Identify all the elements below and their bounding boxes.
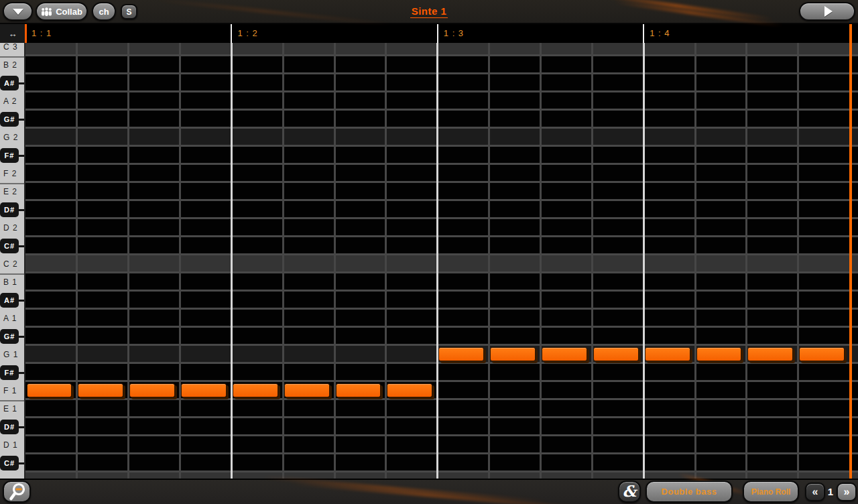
grid-row-Cs2[interactable] (25, 237, 858, 255)
key-Cs2[interactable]: C# (0, 239, 19, 253)
midi-note[interactable] (542, 347, 587, 361)
bar-line (231, 43, 233, 479)
midi-note[interactable] (336, 383, 381, 397)
grid-row-F2[interactable] (25, 165, 858, 183)
midi-note[interactable] (78, 383, 123, 397)
grid-row-B1[interactable] (25, 273, 858, 292)
key-Ds2[interactable]: D# (0, 202, 19, 217)
beat-line (282, 43, 284, 479)
grid-row-Fs1[interactable] (25, 364, 858, 382)
key-Gs1[interactable]: G# (0, 329, 19, 344)
midi-note[interactable] (696, 347, 742, 361)
midi-note[interactable] (799, 347, 845, 361)
grid-row-Cs1[interactable] (25, 454, 858, 472)
ruler-label: 1 : 2 (237, 28, 257, 38)
zoom-out-button[interactable] (3, 481, 31, 503)
grid-row-Ds2[interactable] (25, 201, 858, 219)
midi-note[interactable] (27, 383, 72, 397)
instrument-select-button[interactable]: Double bass (646, 481, 733, 503)
key-As2[interactable]: A# (0, 76, 19, 90)
grid-row-D1[interactable] (25, 436, 858, 454)
midi-note[interactable] (129, 383, 175, 397)
grid-row-Gs1[interactable] (25, 328, 858, 346)
decor-streak (155, 0, 395, 27)
grid-row-C2[interactable] (25, 255, 858, 273)
playhead[interactable] (25, 24, 27, 43)
channel-button[interactable]: ch (92, 2, 116, 21)
grid-row-C3[interactable] (25, 43, 858, 56)
grid-row-Gs2[interactable] (25, 111, 858, 129)
midi-note[interactable] (181, 383, 227, 397)
midi-note[interactable] (438, 347, 484, 361)
black-key-line (17, 245, 25, 247)
grid-row-As1[interactable] (25, 292, 858, 310)
key-As1[interactable]: A# (0, 293, 19, 308)
grid-row-A2[interactable] (25, 92, 858, 111)
midi-note[interactable] (593, 347, 639, 361)
note-grid[interactable] (25, 43, 858, 479)
midi-note[interactable] (645, 347, 690, 361)
key-Ds1[interactable]: D# (0, 420, 19, 434)
key-Fs1[interactable]: F# (0, 365, 19, 380)
black-key-line (17, 336, 25, 338)
prev-page-button[interactable]: « (805, 483, 825, 501)
key-D1[interactable]: D 1 (0, 436, 25, 454)
bottom-toolbar: & Double bass Piano Roll « 1 » (0, 479, 858, 504)
key-E2[interactable]: E 2 (0, 183, 25, 201)
midi-note[interactable] (490, 347, 536, 361)
top-toolbar: Collab ch S Sinte 1 (0, 0, 858, 24)
grid-row-As2[interactable] (25, 74, 858, 92)
grid-row-G2[interactable] (25, 129, 858, 147)
key-G1[interactable]: G 1 (0, 346, 25, 364)
black-key-line (17, 426, 25, 428)
key-B2[interactable]: B 2 (0, 56, 25, 74)
midi-note[interactable] (387, 383, 432, 397)
play-button[interactable] (799, 2, 855, 21)
key-A2[interactable]: A 2 (0, 92, 25, 111)
solo-button[interactable]: S (121, 4, 137, 19)
timeline-ruler[interactable]: ↔ 1 : 11 : 21 : 31 : 4 (0, 24, 858, 43)
grid-row-Ds1[interactable] (25, 418, 858, 436)
beat-line (797, 43, 799, 479)
key-C3[interactable]: C 3 (0, 43, 25, 56)
beat-line (745, 43, 747, 479)
clef-toggle-button[interactable]: & (618, 481, 641, 503)
key-G2[interactable]: G 2 (0, 129, 25, 147)
treble-clef-icon: & (623, 483, 637, 499)
pattern-title[interactable]: Sinte 1 (410, 5, 448, 18)
black-key-line (17, 372, 25, 374)
decor-streak (289, 481, 597, 504)
key-F1[interactable]: F 1 (0, 382, 25, 400)
black-key-line (17, 119, 25, 121)
bar-line (643, 43, 645, 479)
key-B1[interactable]: B 1 (0, 273, 25, 292)
key-C2[interactable]: C 2 (0, 255, 25, 273)
grid-row-E2[interactable] (25, 183, 858, 201)
key-F2[interactable]: F 2 (0, 165, 25, 183)
octave-divider (0, 56, 25, 58)
dropdown-menu-button[interactable] (3, 2, 33, 21)
key-A1[interactable]: A 1 (0, 310, 25, 328)
midi-note[interactable] (747, 347, 793, 361)
editor-mode-button[interactable]: Piano Roll (743, 481, 799, 503)
ruler-bar-line (643, 24, 644, 43)
play-icon (824, 6, 833, 17)
key-D2[interactable]: D 2 (0, 219, 25, 237)
key-Gs2[interactable]: G# (0, 112, 19, 127)
grid-row-A1[interactable] (25, 310, 858, 328)
ruler-corner[interactable]: ↔ (0, 24, 25, 43)
key-E1[interactable]: E 1 (0, 400, 25, 418)
key-Fs2[interactable]: F# (0, 148, 19, 163)
midi-note[interactable] (233, 383, 278, 397)
pattern-end-marker[interactable] (849, 24, 852, 479)
grid-row-Fs2[interactable] (25, 147, 858, 165)
grid-row-E1[interactable] (25, 400, 858, 418)
midi-note[interactable] (284, 383, 330, 397)
grid-row-D2[interactable] (25, 219, 858, 237)
grid-row-B2[interactable] (25, 56, 858, 74)
grid-row-partial[interactable] (25, 472, 858, 479)
collab-button[interactable]: Collab (36, 2, 88, 21)
key-Cs1[interactable]: C# (0, 456, 19, 470)
next-page-button[interactable]: » (837, 483, 857, 501)
octave-divider (0, 273, 25, 275)
